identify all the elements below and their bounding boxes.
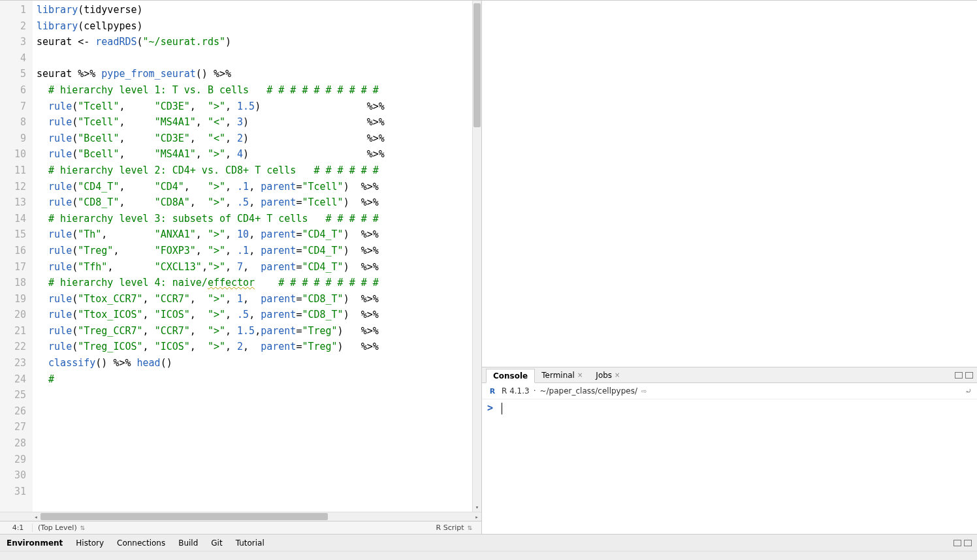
cursor-position[interactable]: 4:1 xyxy=(4,523,33,532)
separator: · xyxy=(534,386,536,396)
maximize-pane-icon[interactable] xyxy=(964,540,972,546)
code-line[interactable] xyxy=(37,452,481,468)
code-line[interactable]: # hierarchy level 2: CD4+ vs. CD8+ T cel… xyxy=(37,163,481,179)
code-line[interactable]: rule("CD4_T", "CD4", ">", .1, parent="Tc… xyxy=(37,179,481,195)
vertical-scrollbar-thumb[interactable] xyxy=(473,3,481,127)
console-cursor xyxy=(502,403,502,414)
code-line[interactable]: rule("Tcell", "MS4A1", "<", 3) %>% xyxy=(37,114,481,131)
code-line[interactable]: rule("Bcell", "MS4A1", ">", 4) %>% xyxy=(37,146,481,163)
horizontal-scrollbar-thumb[interactable] xyxy=(40,513,328,520)
chevron-updown-icon: ⇅ xyxy=(466,525,472,531)
tab-build[interactable]: Build xyxy=(172,536,204,550)
horizontal-scrollbar[interactable]: ◂ ▸ xyxy=(0,512,481,521)
tab-jobs[interactable]: Jobs× xyxy=(589,369,626,382)
code-line[interactable]: library(cellpypes) xyxy=(37,18,481,35)
code-line[interactable] xyxy=(37,467,481,484)
close-icon[interactable]: × xyxy=(577,371,583,379)
editor-area[interactable]: 1234567891011121314151617181920212223242… xyxy=(0,1,481,512)
code-line[interactable]: # hierarchy level 4: naive/effector # # … xyxy=(37,275,481,291)
scroll-down-arrow[interactable]: ▾ xyxy=(473,503,481,512)
tab-terminal[interactable]: Terminal× xyxy=(535,369,589,382)
close-icon[interactable]: × xyxy=(615,371,620,379)
maximize-pane-icon[interactable] xyxy=(965,372,973,379)
console-body[interactable]: > xyxy=(482,399,977,534)
code-line[interactable]: rule("Th", "ANXA1", ">", 10, parent="CD4… xyxy=(37,226,481,243)
chevron-updown-icon: ⇅ xyxy=(78,525,85,531)
console-prompt: > xyxy=(487,402,493,414)
tab-connections[interactable]: Connections xyxy=(110,536,172,550)
tab-tutorial[interactable]: Tutorial xyxy=(229,536,271,550)
code-line[interactable]: # hierarchy level 1: T vs. B cells # # #… xyxy=(37,82,481,99)
code-line[interactable]: rule("Treg_CCR7", "CCR7", ">", 1.5,paren… xyxy=(37,323,481,339)
minimize-pane-icon[interactable] xyxy=(955,372,963,379)
code-line[interactable]: rule("Ttox_ICOS", "ICOS", ">", .5, paren… xyxy=(37,307,481,323)
code-line[interactable]: library(tidyverse) xyxy=(37,2,481,18)
code-line[interactable] xyxy=(37,50,481,67)
code-line[interactable]: rule("CD8_T", "CD8A", ">", .5, parent="T… xyxy=(37,194,481,211)
code-line[interactable]: # xyxy=(37,371,481,388)
working-directory[interactable]: ~/paper_class/cellpypes/ xyxy=(540,386,638,396)
code-line[interactable] xyxy=(37,387,481,403)
tab-environment[interactable]: Environment xyxy=(0,536,69,550)
console-pane: ConsoleTerminal×Jobs× R R 4.1.3 · ~/pape… xyxy=(482,367,977,534)
code-line[interactable]: rule("Bcell", "CD3E", "<", 2) %>% xyxy=(37,131,481,147)
source-pane: 1234567891011121314151617181920212223242… xyxy=(0,0,482,534)
code-editor[interactable]: library(tidyverse)library(cellpypes)seur… xyxy=(33,1,481,512)
editor-statusbar: 4:1 (Top Level) ⇅ R Script ⇅ xyxy=(0,521,481,534)
vertical-scrollbar[interactable]: ▾ xyxy=(472,1,481,512)
minimize-pane-icon[interactable] xyxy=(953,540,961,546)
scroll-right-arrow[interactable]: ▸ xyxy=(472,514,481,520)
tab-console[interactable]: Console xyxy=(486,369,535,383)
plot-pane xyxy=(482,0,977,367)
environment-toolbar xyxy=(0,551,977,560)
language-selector[interactable]: R Script ⇅ xyxy=(431,523,477,532)
code-line[interactable]: # hierarchy level 3: subsets of CD4+ T c… xyxy=(37,211,481,227)
tab-git[interactable]: Git xyxy=(204,536,229,550)
code-line[interactable] xyxy=(37,419,481,435)
console-info-bar: R R 4.1.3 · ~/paper_class/cellpypes/ ⇨ ⤾ xyxy=(482,383,977,399)
scroll-left-arrow[interactable]: ◂ xyxy=(31,514,40,520)
code-line[interactable]: rule("Ttox_CCR7", "CCR7", ">", 1, parent… xyxy=(37,291,481,307)
scope-selector[interactable]: (Top Level) ⇅ xyxy=(33,523,90,532)
code-line[interactable] xyxy=(37,403,481,420)
code-line[interactable]: seurat %>% pype_from_seurat() %>% xyxy=(37,66,481,82)
code-line[interactable]: rule("Treg", "FOXP3", ">", .1, parent="C… xyxy=(37,243,481,259)
code-line[interactable]: classify() %>% head() xyxy=(37,355,481,371)
tab-history[interactable]: History xyxy=(69,536,110,550)
clear-console-icon[interactable]: ⤾ xyxy=(965,386,972,396)
code-line[interactable]: rule("Tcell", "CD3E", ">", 1.5) %>% xyxy=(37,99,481,115)
right-column: ConsoleTerminal×Jobs× R R 4.1.3 · ~/pape… xyxy=(482,0,977,534)
code-line[interactable]: rule("Treg_ICOS", "ICOS", ">", 2, parent… xyxy=(37,339,481,355)
environment-tabbar: EnvironmentHistoryConnectionsBuildGitTut… xyxy=(0,534,977,551)
console-tabbar: ConsoleTerminal×Jobs× xyxy=(482,367,977,383)
code-line[interactable]: rule("Tfh", "CXCL13",">", 7, parent="CD4… xyxy=(37,259,481,275)
line-number-gutter: 1234567891011121314151617181920212223242… xyxy=(0,1,33,512)
r-version-label: R 4.1.3 xyxy=(502,386,530,396)
code-line[interactable] xyxy=(37,435,481,452)
r-logo-icon: R xyxy=(487,386,498,396)
code-line[interactable]: seurat <- readRDS("~/seurat.rds") xyxy=(37,34,481,50)
code-line[interactable] xyxy=(37,484,481,500)
wd-go-icon[interactable]: ⇨ xyxy=(641,388,647,395)
